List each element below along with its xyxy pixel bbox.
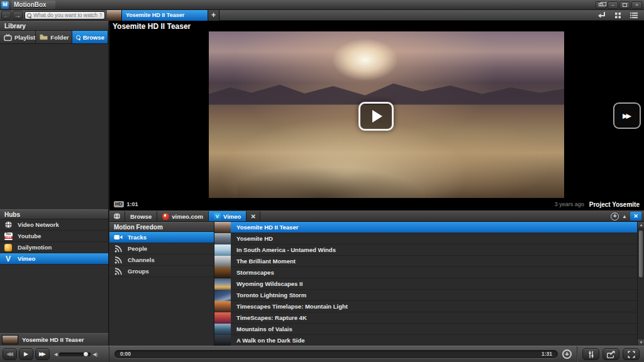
track-thumbnail bbox=[214, 244, 231, 256]
restore-icon bbox=[599, 3, 603, 6]
track-row[interactable]: The Brilliant Moment bbox=[214, 256, 637, 267]
hub-item-vimeo[interactable]: V Vimeo bbox=[0, 253, 108, 265]
track-row[interactable]: TimeScapes: Rapture 4K bbox=[214, 312, 637, 324]
sliders-icon bbox=[587, 351, 595, 358]
track-row[interactable]: Timescapes Timelapse: Mountain Light bbox=[214, 301, 637, 312]
fullscreen-button[interactable] bbox=[623, 348, 640, 360]
globe-icon bbox=[3, 221, 13, 229]
feed-icon bbox=[114, 256, 123, 264]
hub-item-dailymotion[interactable]: Dailymotion bbox=[0, 242, 108, 253]
tab-close-button[interactable]: ✕ bbox=[247, 211, 260, 221]
main-panel: Yosemite HD II Teaser ▶▶ HD 1:01 3 years… bbox=[109, 21, 644, 346]
panel-add-button[interactable]: + bbox=[611, 212, 619, 221]
volume-high-icon: ◀) bbox=[92, 352, 97, 356]
search-input[interactable] bbox=[33, 12, 103, 18]
video-stage[interactable]: ▶▶ bbox=[109, 31, 644, 198]
scroll-up-icon[interactable]: ▲ bbox=[638, 222, 644, 229]
feed-item-label: People bbox=[128, 245, 147, 252]
play-button[interactable]: ▶ bbox=[19, 348, 33, 360]
panel-actions: + ▲ ✕ bbox=[611, 211, 644, 221]
volume-knob[interactable] bbox=[83, 351, 89, 357]
track-row[interactable]: Toronto Lightning Storm bbox=[214, 290, 637, 301]
tab-home[interactable] bbox=[109, 211, 125, 221]
forward-button[interactable]: → bbox=[13, 11, 23, 19]
track-row[interactable]: Yosemite HD bbox=[214, 233, 637, 244]
elapsed-time: 0:00 bbox=[120, 351, 131, 357]
scrollbar-thumb[interactable] bbox=[638, 230, 643, 278]
maximize-button[interactable] bbox=[619, 1, 630, 9]
list-view-icon bbox=[630, 12, 638, 19]
play-overlay-button[interactable] bbox=[358, 102, 394, 131]
back-button[interactable]: ← bbox=[1, 11, 11, 19]
browse-button[interactable]: Browse bbox=[72, 31, 108, 43]
browse-label: Browse bbox=[83, 34, 104, 41]
toolbar: ← → Yosemite HD II Teaser + bbox=[0, 10, 644, 21]
grid-view-button[interactable] bbox=[611, 11, 624, 19]
track-list-scrollbar[interactable]: ▲ ▼ bbox=[637, 222, 644, 346]
video-title: Yosemite HD II Teaser bbox=[109, 21, 644, 31]
tab-vimeo-hub[interactable]: V Vimeo bbox=[209, 211, 247, 221]
now-playing-bar[interactable]: Yosemite HD II Teaser bbox=[0, 333, 108, 346]
tab-browse[interactable]: Browse bbox=[125, 211, 157, 221]
add-to-queue-button[interactable]: + bbox=[562, 349, 572, 359]
next-video-button[interactable]: ▶▶ bbox=[613, 102, 641, 129]
feed-item-groups[interactable]: Groups bbox=[109, 266, 214, 277]
player-tab[interactable]: Yosemite HD II Teaser bbox=[122, 10, 208, 21]
settings-button[interactable] bbox=[582, 348, 599, 360]
track-thumbnail bbox=[214, 290, 231, 301]
list-view-button[interactable] bbox=[628, 11, 640, 19]
play-icon: ▶ bbox=[24, 351, 28, 357]
new-tab-button[interactable]: + bbox=[208, 10, 219, 21]
panel-close-button[interactable]: ✕ bbox=[630, 212, 641, 221]
scroll-down-icon[interactable]: ▼ bbox=[638, 339, 644, 346]
track-title: TimeScapes: Rapture 4K bbox=[236, 314, 307, 321]
track-thumbnail bbox=[214, 324, 231, 335]
hub-item-youtube[interactable]: YouTube Youtube bbox=[0, 231, 108, 242]
tab-vimeo-com[interactable]: vimeo.com bbox=[157, 211, 209, 221]
track-row[interactable]: Yosemite HD II Teaser bbox=[214, 222, 637, 233]
track-row[interactable]: In South America - Untamed Winds bbox=[214, 244, 637, 256]
feed-item-tracks[interactable]: Tracks bbox=[109, 232, 214, 243]
return-arrow-button[interactable] bbox=[595, 11, 608, 19]
hub-item-video-network[interactable]: Video Network bbox=[0, 219, 108, 231]
track-title: Mountains of Valais bbox=[236, 326, 292, 332]
feed-item-channels[interactable]: Channels bbox=[109, 255, 214, 266]
share-icon bbox=[607, 351, 615, 358]
feed-item-people[interactable]: People bbox=[109, 243, 214, 255]
dailymotion-icon bbox=[3, 243, 13, 251]
feed-icon bbox=[114, 268, 123, 275]
track-row[interactable]: Stormscapes bbox=[214, 267, 637, 278]
tv-icon bbox=[4, 34, 12, 41]
tab-site-label: vimeo.com bbox=[172, 213, 203, 220]
tab-hub-label: Vimeo bbox=[223, 213, 241, 220]
forward-arrow-icon: → bbox=[14, 12, 21, 19]
restore-window-button[interactable] bbox=[596, 1, 606, 9]
volume-slider[interactable] bbox=[59, 353, 91, 356]
track-thumbnail bbox=[214, 267, 231, 278]
folder-button[interactable]: Folder bbox=[36, 31, 72, 43]
track-row[interactable]: A Walk on the Dark Side bbox=[214, 335, 637, 346]
grid-view-icon bbox=[614, 12, 621, 19]
track-title: In South America - Untamed Winds bbox=[236, 246, 336, 253]
browser-panel-body: Motion Freedom Tracks bbox=[109, 222, 644, 346]
rewind-button[interactable]: ◀◀ bbox=[3, 348, 17, 360]
track-row[interactable]: Wyoming Wildscapes II bbox=[214, 278, 637, 290]
forward-button[interactable]: ▶▶ bbox=[35, 348, 50, 360]
now-playing-thumbnail bbox=[2, 335, 18, 344]
mountain-silhouette bbox=[209, 78, 564, 104]
close-button[interactable]: × bbox=[631, 1, 642, 9]
playlist-button[interactable]: Playlist bbox=[0, 31, 36, 43]
track-thumbnail bbox=[214, 256, 231, 267]
track-list: Yosemite HD II Teaser Yosemite HD In Sou… bbox=[214, 222, 644, 346]
track-row[interactable]: Mountains of Valais bbox=[214, 324, 637, 335]
folder-label: Folder bbox=[50, 34, 69, 41]
feed-item-label: Channels bbox=[128, 256, 155, 263]
search-box[interactable] bbox=[25, 11, 105, 19]
panel-collapse-button[interactable]: ▲ bbox=[622, 214, 627, 219]
video-uploaded: 3 years ago bbox=[555, 201, 584, 207]
share-button[interactable] bbox=[602, 348, 619, 360]
minimize-button[interactable]: – bbox=[608, 1, 618, 9]
titlebar: M MotionBox – × bbox=[0, 0, 644, 10]
fast-forward-icon: ▶▶ bbox=[623, 112, 631, 120]
seek-bar[interactable]: 0:00 1:31 bbox=[114, 350, 558, 358]
